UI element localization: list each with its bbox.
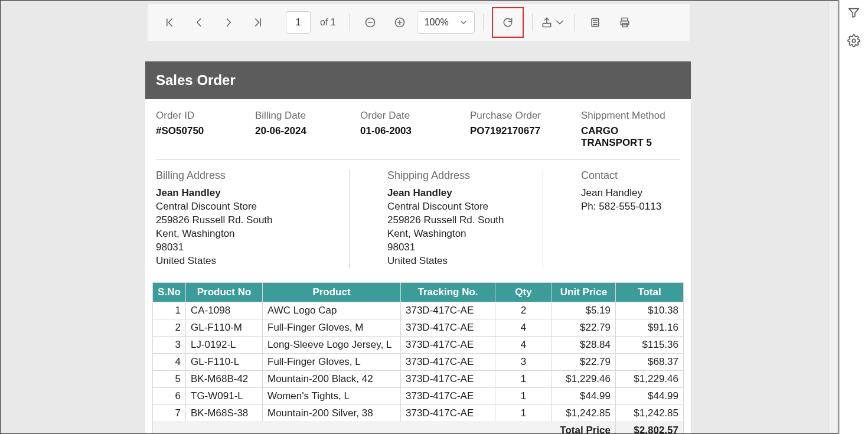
- report-title: Sales Order: [145, 61, 691, 99]
- cell-qty: 1: [495, 370, 552, 387]
- billing-line: 98031: [156, 241, 340, 254]
- po-value: PO7192170677: [470, 125, 581, 137]
- viewer-area: of 1 100% Sales Order Order ID #SO50750 …: [0, 0, 838, 434]
- cell-tracking: 373D-417C-AE: [401, 302, 495, 319]
- refresh-button[interactable]: [495, 10, 520, 35]
- refresh-button-highlight: [492, 7, 524, 38]
- cell-product: Full-Finger Gloves, L: [263, 353, 401, 370]
- cell-product-no: BK-M68S-38: [186, 404, 263, 422]
- items-table: S.No Product No Product Tracking No. Qty…: [152, 282, 684, 434]
- total-label: Total Price: [153, 422, 616, 434]
- zoom-dropdown[interactable]: 100%: [417, 11, 475, 34]
- cell-tracking: 373D-417C-AE: [401, 353, 495, 370]
- billing-date-label: Billing Date: [255, 110, 360, 122]
- cell-sno: 7: [153, 404, 186, 422]
- cell-qty: 1: [495, 404, 552, 422]
- filter-icon[interactable]: [847, 6, 860, 21]
- cell-unit-price: $5.19: [552, 302, 616, 319]
- prev-page-button[interactable]: [187, 10, 211, 35]
- cell-product: Mountain-200 Black, 42: [263, 370, 401, 387]
- cell-sno: 2: [153, 319, 186, 336]
- cell-product-no: LJ-0192-L: [186, 336, 263, 353]
- cell-product-no: BK-M68B-42: [186, 370, 263, 387]
- export-button[interactable]: [541, 10, 566, 35]
- table-row: 4GL-F110-LFull-Finger Gloves, L373D-417C…: [153, 353, 684, 370]
- cell-product-no: GL-F110-L: [186, 353, 263, 370]
- col-qty: Qty: [495, 282, 552, 302]
- order-meta-row: Order ID #SO50750 Billing Date 20-06-202…: [145, 99, 691, 155]
- table-row: 7BK-M68S-38Mountain-200 Silver, 38373D-4…: [153, 404, 684, 422]
- cell-sno: 1: [153, 302, 186, 319]
- ship-method-value: CARGO TRANSPORT 5: [581, 125, 680, 149]
- cell-product: AWC Logo Cap: [263, 302, 401, 319]
- chevron-down-icon: [554, 17, 566, 28]
- po-label: Purchase Order: [470, 110, 581, 122]
- cell-total: $1,242.85: [616, 404, 684, 422]
- first-page-button[interactable]: [157, 10, 182, 35]
- cell-product: Long-Sleeve Logo Jersey, L: [263, 336, 401, 353]
- cell-product: Women's Tights, L: [263, 387, 401, 404]
- contact-phone: Ph: 582-555-0113: [581, 200, 671, 214]
- cell-qty: 4: [495, 336, 552, 353]
- cell-total: $68.37: [616, 353, 684, 370]
- cell-product-no: GL-F110-M: [186, 319, 263, 336]
- cell-sno: 6: [153, 387, 186, 404]
- cell-total: $91.16: [616, 319, 684, 336]
- contact-block: Contact Jean Handley Ph: 582-555-0113: [543, 169, 680, 268]
- settings-icon[interactable]: [847, 34, 860, 50]
- cell-qty: 1: [495, 387, 552, 404]
- order-date-value: 01-06-2003: [360, 125, 470, 137]
- report-sheet: Sales Order Order ID #SO50750 Billing Da…: [145, 61, 691, 434]
- zoom-in-button[interactable]: [387, 10, 412, 35]
- total-row: Total Price $2,802.57: [153, 422, 684, 434]
- address-row: Billing Address Jean Handley Central Dis…: [145, 160, 691, 275]
- shipping-line: Central Discount Store: [387, 200, 533, 214]
- billing-address-label: Billing Address: [156, 169, 340, 182]
- cell-unit-price: $22.79: [552, 319, 616, 336]
- table-row: 5BK-M68B-42Mountain-200 Black, 42373D-41…: [153, 370, 684, 387]
- page-layout-button[interactable]: [583, 10, 608, 35]
- col-sno: S.No: [153, 282, 186, 302]
- cell-tracking: 373D-417C-AE: [401, 336, 495, 353]
- cell-unit-price: $28.84: [552, 336, 616, 353]
- table-row: 1CA-1098AWC Logo Cap373D-417C-AE2$5.19$1…: [153, 302, 684, 319]
- print-button[interactable]: [612, 10, 637, 35]
- shipping-line: 98031: [387, 241, 533, 254]
- svg-rect-2: [543, 24, 550, 27]
- svg-point-7: [852, 39, 856, 43]
- shipping-address-label: Shipping Address: [387, 169, 533, 182]
- cell-sno: 3: [153, 336, 186, 353]
- last-page-button[interactable]: [246, 10, 270, 35]
- order-id-label: Order ID: [156, 110, 255, 122]
- table-row: 3LJ-0192-LLong-Sleeve Logo Jersey, L373D…: [153, 336, 684, 353]
- shipping-name: Jean Handley: [387, 187, 533, 200]
- table-row: 6TG-W091-LWomen's Tights, L373D-417C-AE1…: [153, 387, 684, 404]
- contact-name: Jean Handley: [581, 187, 671, 200]
- cell-qty: 4: [495, 319, 552, 336]
- cell-product: Mountain-200 Silver, 38: [263, 404, 401, 422]
- cell-sno: 4: [153, 353, 186, 370]
- page-number-input[interactable]: [286, 11, 311, 34]
- cell-product-no: TG-W091-L: [186, 387, 263, 404]
- table-header-row: S.No Product No Product Tracking No. Qty…: [153, 282, 684, 302]
- cell-tracking: 373D-417C-AE: [401, 370, 495, 387]
- cell-total: $44.99: [616, 387, 684, 404]
- table-row: 2GL-F110-MFull-Finger Gloves, M373D-417C…: [153, 319, 684, 336]
- side-panel: [839, 0, 868, 434]
- billing-address: Billing Address Jean Handley Central Dis…: [156, 169, 350, 268]
- zoom-out-button[interactable]: [358, 10, 383, 35]
- cell-total: $10.38: [616, 302, 684, 319]
- cell-unit-price: $44.99: [552, 387, 616, 404]
- shipping-address: Shipping Address Jean Handley Central Di…: [350, 169, 543, 268]
- cell-tracking: 373D-417C-AE: [401, 404, 495, 422]
- cell-total: $1,229.46: [616, 370, 684, 387]
- separator: [483, 14, 484, 31]
- next-page-button[interactable]: [216, 10, 241, 35]
- vertical-scrollbar[interactable]: [828, 2, 837, 432]
- page-count-label: of 1: [320, 17, 336, 28]
- total-value: $2,802.57: [616, 422, 684, 434]
- order-id-value: #SO50750: [156, 125, 255, 137]
- billing-line: United States: [156, 254, 340, 268]
- cell-total: $115.36: [616, 336, 684, 353]
- billing-name: Jean Handley: [156, 187, 340, 200]
